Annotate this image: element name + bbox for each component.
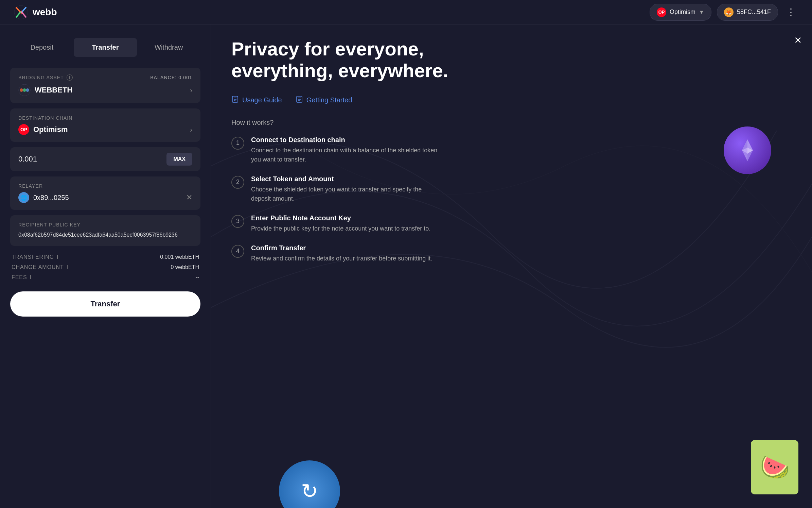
refresh-icon: ↻ — [301, 479, 318, 503]
svg-point-7 — [20, 88, 23, 92]
step-4-number: 4 — [231, 245, 244, 258]
fees-row: FEES i -- — [12, 274, 199, 281]
step-4: 4 Confirm Transfer Review and confirm th… — [231, 244, 792, 263]
usage-guide-icon — [231, 96, 239, 105]
tab-withdraw[interactable]: Withdraw — [137, 38, 200, 57]
logo-text: webb — [33, 7, 57, 18]
webbeth-icon — [18, 84, 31, 96]
amount-input[interactable] — [18, 155, 166, 164]
more-options-button[interactable]: ⋮ — [783, 4, 798, 20]
step-2: 2 Select Token and Amount Choose the shi… — [231, 175, 792, 203]
relayer-info: 🌐 0x89...0255 — [18, 192, 69, 203]
chain-info: OP Optimism — [18, 124, 68, 135]
blue-circle-decoration: ↻ — [279, 460, 340, 508]
change-value: 0 webbETH — [171, 264, 199, 270]
change-amount-row: CHANGE AMOUNT i 0 webbETH — [12, 264, 199, 270]
step-3-title: Enter Public Note Account Key — [251, 214, 430, 222]
amount-card: MAX — [10, 147, 200, 171]
logo: ✦ webb — [14, 5, 57, 20]
step-1-content: Connect to Destination chain Connect to … — [251, 136, 441, 164]
bridging-asset-card: BRIDGING ASSET i BALANCE: 0.001 WEBBETH … — [10, 68, 200, 103]
privacy-title: Privacy for everyone, everything, everyw… — [231, 38, 469, 82]
usage-guide-link[interactable]: Usage Guide — [231, 96, 282, 105]
destination-chain-card[interactable]: DESTINATION CHAIN OP Optimism › — [10, 108, 200, 142]
step-3: 3 Enter Public Note Account Key Provide … — [231, 214, 792, 233]
transferring-value: 0.001 webbETH — [160, 254, 199, 260]
step-2-desc: Choose the shielded token you want to tr… — [251, 185, 441, 203]
watermelon-character: 🍉 — [751, 440, 798, 494]
step-1-title: Connect to Destination chain — [251, 136, 441, 144]
chevron-right-icon: › — [190, 126, 192, 134]
step-1: 1 Connect to Destination chain Connect t… — [231, 136, 792, 164]
more-icon: ⋮ — [786, 7, 796, 17]
relayer-label: RELAYER — [18, 183, 192, 189]
chain-row: OP Optimism › — [18, 124, 192, 135]
destination-chain-label: DESTINATION CHAIN — [18, 115, 192, 121]
svg-point-9 — [26, 88, 29, 92]
wallet-avatar: 🦊 — [724, 7, 734, 17]
transferring-label: TRANSFERING i — [12, 254, 59, 260]
how-it-works-label: How it works? — [231, 119, 792, 126]
change-amount-label: CHANGE AMOUNT i — [12, 264, 68, 270]
step-1-desc: Connect to the destination chain with a … — [251, 146, 441, 164]
info-icon[interactable]: i — [67, 264, 68, 270]
close-panel-button[interactable]: ✕ — [794, 35, 802, 46]
tab-bar: Deposit Transfer Withdraw — [10, 38, 200, 57]
steps-list: 1 Connect to Destination chain Connect t… — [231, 136, 792, 263]
step-3-content: Enter Public Note Account Key Provide th… — [251, 214, 430, 233]
recipient-label: RECIPIENT PUBLIC KEY — [18, 222, 192, 227]
chevron-down-icon: ▼ — [699, 9, 704, 15]
asset-row: WEBBETH › — [18, 84, 192, 96]
header-right: OP Optimism ▼ 🦊 58FC...541F ⋮ — [650, 4, 798, 21]
chevron-right-icon: › — [190, 86, 192, 94]
relayer-row: 🌐 0x89...0255 ✕ — [18, 192, 192, 203]
svg-text:✦: ✦ — [18, 8, 24, 17]
webb-logo-icon: ✦ — [14, 5, 29, 20]
left-panel: Deposit Transfer Withdraw BRIDGING ASSET… — [0, 24, 211, 508]
header: ✦ webb OP Optimism ▼ 🦊 58FC...541F ⋮ — [0, 0, 812, 24]
transfer-button[interactable]: Transfer — [10, 291, 200, 317]
close-icon[interactable]: ✕ — [186, 193, 192, 202]
eth-sphere — [724, 126, 771, 174]
bridging-asset-label: BRIDGING ASSET i BALANCE: 0.001 — [18, 74, 192, 81]
fees-value: -- — [195, 274, 199, 281]
transferring-row: TRANSFERING i 0.001 webbETH — [12, 254, 199, 260]
tab-deposit[interactable]: Deposit — [10, 38, 74, 57]
step-2-content: Select Token and Amount Choose the shiel… — [251, 175, 441, 203]
step-2-number: 2 — [231, 176, 244, 189]
wallet-button[interactable]: 🦊 58FC...541F — [717, 4, 778, 21]
step-4-title: Confirm Transfer — [251, 244, 432, 252]
getting-started-link[interactable]: Getting Started — [296, 96, 352, 105]
transfer-summary: TRANSFERING i 0.001 webbETH CHANGE AMOUN… — [10, 254, 200, 281]
right-panel: ✕ Privacy for everyone, everything, ever… — [211, 24, 812, 508]
step-2-title: Select Token and Amount — [251, 175, 441, 183]
eth-logo-svg — [734, 137, 761, 164]
asset-info: WEBBETH — [18, 84, 72, 96]
step-4-desc: Review and confirm the details of your t… — [251, 254, 432, 263]
network-button[interactable]: OP Optimism ▼ — [650, 4, 711, 21]
step-1-number: 1 — [231, 137, 244, 150]
relayer-icon: 🌐 — [18, 192, 29, 203]
svg-point-8 — [23, 88, 26, 92]
step-3-number: 3 — [231, 215, 244, 228]
relayer-card: RELAYER 🌐 0x89...0255 ✕ — [10, 176, 200, 210]
optimism-chain-icon: OP — [18, 124, 29, 135]
guide-links: Usage Guide Getting Started — [231, 96, 792, 105]
tab-transfer[interactable]: Transfer — [74, 38, 137, 57]
pubkey-value: 0x08af62b597d84de51cee623adfa64aa50a5ecf… — [18, 231, 192, 239]
info-icon[interactable]: i — [30, 274, 32, 281]
info-icon[interactable]: i — [57, 254, 58, 260]
step-4-content: Confirm Transfer Review and confirm the … — [251, 244, 432, 263]
getting-started-icon — [296, 96, 303, 105]
info-icon[interactable]: i — [67, 74, 73, 81]
recipient-public-key-card: RECIPIENT PUBLIC KEY 0x08af62b597d84de51… — [10, 215, 200, 246]
fees-label: FEES i — [12, 274, 32, 281]
op-badge: OP — [657, 7, 666, 17]
main-content: Deposit Transfer Withdraw BRIDGING ASSET… — [0, 0, 812, 508]
step-3-desc: Provide the public key for the note acco… — [251, 224, 430, 233]
max-button[interactable]: MAX — [166, 153, 192, 166]
